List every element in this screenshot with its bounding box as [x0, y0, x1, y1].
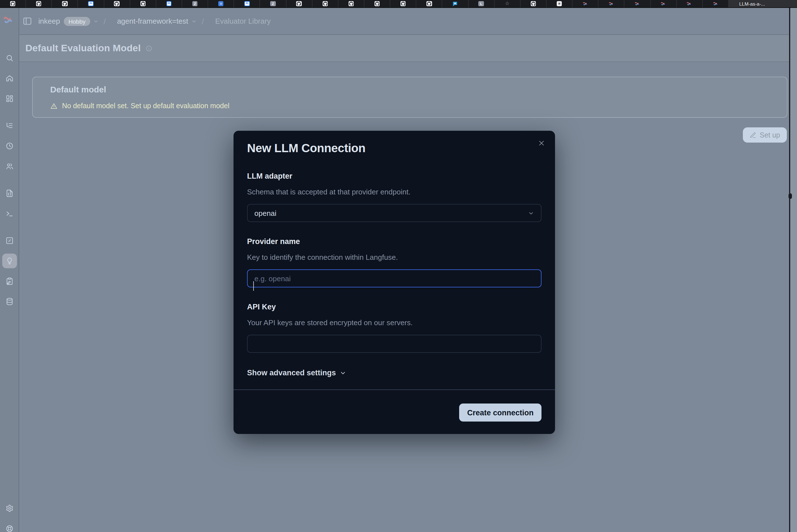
provider-name-input[interactable] [247, 269, 542, 287]
sidebar-item-models[interactable] [2, 294, 17, 309]
text-cursor [253, 281, 254, 291]
file-json-icon [6, 189, 14, 197]
github-favicon-icon [427, 1, 432, 6]
pinned-tab-github[interactable] [417, 0, 442, 7]
pinned-tab-github[interactable] [364, 0, 390, 7]
chevron-down-icon[interactable] [93, 18, 98, 24]
pinned-tab-gcal[interactable]: 31 [156, 0, 182, 7]
github-favicon-icon [348, 1, 354, 6]
github-favicon-icon [36, 1, 41, 6]
sidebar-item-sessions[interactable] [2, 139, 17, 153]
pinned-tab-github[interactable] [0, 0, 26, 7]
pinned-tab-langfuse[interactable] [598, 0, 624, 7]
sidebar-item-scores[interactable] [2, 233, 17, 248]
pinned-tab-github[interactable] [312, 0, 338, 7]
pinned-tab-letter-l[interactable]: L [468, 0, 494, 7]
pinned-tab-gdocs[interactable]: ≡ [208, 0, 234, 7]
pinned-tab-github[interactable] [52, 0, 78, 7]
sidebar-item-playground[interactable] [2, 206, 17, 221]
pinned-tab-github[interactable] [26, 0, 52, 7]
github-favicon-icon [296, 1, 302, 6]
info-icon[interactable] [145, 45, 152, 52]
sidebar-item-search[interactable] [2, 51, 17, 65]
sidebar-item-users[interactable] [2, 159, 17, 174]
create-connection-button[interactable]: Create connection [459, 403, 542, 421]
modal-footer: Create connection [234, 390, 555, 434]
browser-edge-divider [789, 8, 790, 532]
sidebar-item-prompts[interactable] [2, 186, 17, 201]
sidebar-item-support[interactable] [2, 521, 17, 532]
pinned-tab-github[interactable] [286, 0, 312, 7]
sidebar-item-dashboards[interactable] [2, 91, 17, 106]
gear-icon [6, 505, 14, 512]
breadcrumb-project[interactable]: agent-framework=test [117, 17, 188, 25]
home-icon [6, 74, 14, 82]
breadcrumb: inkeep Hobby / agent-framework=test / Ev… [19, 8, 797, 35]
pinned-tab-langfuse[interactable] [651, 0, 676, 7]
chat-favicon-icon [452, 1, 458, 6]
sidebar-item-evaluation[interactable] [2, 253, 17, 268]
langfuse-favicon-icon [583, 1, 588, 6]
pinned-tab-github[interactable] [130, 0, 156, 7]
api-key-input[interactable] [247, 335, 542, 353]
pinned-tab-github[interactable] [339, 0, 364, 7]
sidebar-item-datasets[interactable] [2, 274, 17, 288]
llm-adapter-label: LLM adapter [247, 172, 542, 180]
set-up-button[interactable]: Set up [743, 127, 787, 142]
plan-badge: Hobby [64, 17, 90, 26]
calendar-favicon-icon: 31 [88, 1, 93, 6]
sidebar-item-home[interactable] [2, 71, 17, 86]
langfuse-logo-icon[interactable] [3, 15, 14, 24]
github-favicon-icon [322, 1, 328, 6]
pinned-tab-langfuse[interactable] [625, 0, 651, 7]
card-title: Default model [50, 84, 106, 94]
sidebar-item-tracing[interactable] [2, 118, 17, 133]
breadcrumb-org[interactable]: inkeep [38, 17, 60, 25]
langfuse-favicon-icon [661, 1, 666, 6]
llm-adapter-select[interactable]: openai [247, 204, 542, 222]
pinned-tab-gcal[interactable]: 31 [78, 0, 104, 7]
life-buoy-icon [6, 525, 14, 532]
calendar-favicon-icon: 31 [166, 1, 171, 6]
pinned-tab-star[interactable]: ☆ [494, 0, 520, 7]
langfuse-favicon-icon [609, 1, 614, 6]
pinned-tab-github[interactable] [104, 0, 130, 7]
pinned-tab-github[interactable] [390, 0, 416, 7]
side-panel-handle[interactable] [789, 193, 792, 199]
show-advanced-settings-toggle[interactable]: Show advanced settings [247, 368, 346, 377]
pinned-tab-zlib[interactable]: Z [182, 0, 208, 7]
pinned-tab-gcal[interactable]: 31 [234, 0, 260, 7]
star-favicon-icon: ☆ [505, 1, 510, 6]
sidebar-toggle-icon[interactable] [22, 16, 32, 26]
pencil-icon [749, 132, 756, 138]
pinned-tab-zlib[interactable]: Z [260, 0, 286, 7]
github-favicon-icon [62, 1, 67, 6]
browser-edge-strip [790, 8, 797, 532]
llm-adapter-value: openai [254, 209, 276, 217]
langfuse-favicon-icon [635, 1, 640, 6]
provider-name-label: Provider name [247, 237, 542, 246]
page-title-bar: Default Evaluation Model [19, 35, 797, 62]
default-model-card: Default model No default model set. Set … [32, 77, 787, 118]
browser-tab-active[interactable]: LLM-as-a-... [729, 0, 797, 7]
search-icon [6, 54, 14, 62]
pinned-tab-gpt[interactable]: ✳ [547, 0, 573, 7]
pinned-tab-langfuse[interactable] [573, 0, 598, 7]
pinned-tab-langfuse[interactable] [703, 0, 729, 7]
clipboard-pen-icon [6, 277, 14, 285]
pinned-tab-github[interactable] [521, 0, 547, 7]
llm-adapter-description: Schema that is accepted at that provider… [247, 188, 542, 196]
dashboard-icon [6, 95, 14, 102]
close-button[interactable] [537, 139, 546, 149]
pinned-tab-chat[interactable] [442, 0, 468, 7]
pinned-tab-langfuse[interactable] [676, 0, 703, 7]
sidebar-item-settings[interactable] [2, 501, 17, 516]
browser-tab-strip: 3131Z≡31ZL☆✳ LLM-as-a-... [0, 0, 797, 8]
l-favicon-icon: L [478, 1, 484, 6]
z-favicon-icon: Z [192, 1, 198, 6]
chevron-down-icon[interactable] [191, 18, 197, 24]
warning-text: No default model set. Set up default eva… [62, 102, 229, 110]
breadcrumb-separator: / [104, 17, 106, 26]
github-favicon-icon [140, 1, 146, 6]
github-favicon-icon [400, 1, 406, 6]
